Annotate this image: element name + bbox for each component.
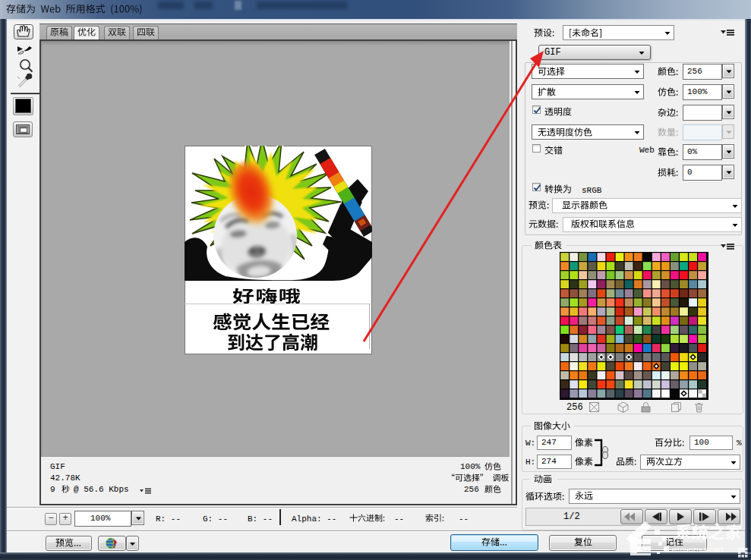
svg-text:?: ? xyxy=(112,538,118,550)
